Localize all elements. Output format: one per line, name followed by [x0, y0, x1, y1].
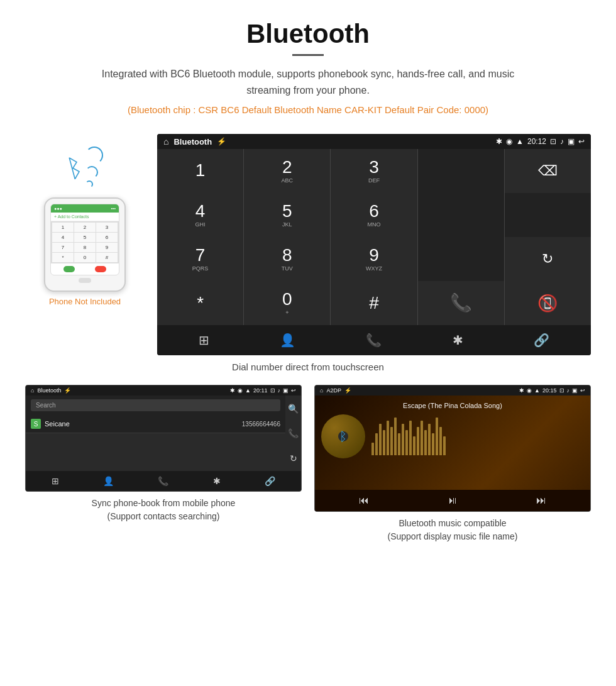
- wifi-waves: [85, 147, 103, 188]
- wave-bar: [436, 418, 438, 455]
- music-signal: ▲: [534, 387, 540, 394]
- subtitle-text: Integrated with BC6 Bluetooth module, su…: [88, 66, 528, 98]
- phone-key-7[interactable]: 7: [52, 243, 74, 252]
- phone-key-0[interactable]: 0: [74, 253, 96, 262]
- pb-search-icon[interactable]: 🔍: [288, 404, 299, 414]
- phone-key-1[interactable]: 1: [52, 223, 74, 232]
- music-back[interactable]: ↩: [580, 387, 585, 394]
- phone-call-button[interactable]: [63, 266, 75, 272]
- pb-nav-bar: ⊞ 👤 📞 ✱ 🔗: [26, 471, 301, 491]
- music-body: Escape (The Pina Colada Song) ᛒ: [315, 396, 590, 490]
- dial-call-button[interactable]: 📞: [418, 281, 504, 325]
- pb-refresh-icon[interactable]: ↻: [290, 453, 297, 463]
- clock: 20:12: [527, 137, 546, 146]
- music-next-button[interactable]: ⏭: [536, 495, 546, 506]
- nav-link-icon[interactable]: 🔗: [534, 333, 549, 348]
- music-play-pause-button[interactable]: ⏯: [448, 495, 458, 506]
- nav-bt-icon[interactable]: ✱: [453, 333, 463, 348]
- music-section: ⌂ A2DP ⚡ ✱ ◉ ▲ 20:15 ⊡ ♪ ▣ ↩ Escape (The…: [314, 385, 591, 543]
- car-dial-screen: ⌂ Bluetooth ⚡ ✱ ◉ ▲ 20:12 ⊡ ♪ ▣ ↩ 1: [157, 134, 591, 355]
- pb-contact-row[interactable]: S Seicane 13566664466: [26, 415, 285, 433]
- phone-end-button[interactable]: [95, 266, 106, 272]
- dial-key-3[interactable]: 3 DEF: [331, 149, 417, 193]
- car-nav-bar: ⊞ 👤 📞 ✱ 🔗: [157, 325, 591, 355]
- dial-end-button[interactable]: 📵: [505, 281, 591, 325]
- pb-status-right: ✱ ◉ ▲ 20:11 ⊡ ♪ ▣ ↩: [230, 387, 296, 394]
- dial-key-1[interactable]: 1: [157, 149, 243, 193]
- dial-key-2[interactable]: 2 ABC: [244, 149, 330, 193]
- back-icon[interactable]: ↩: [578, 137, 585, 146]
- pb-nav-contacts[interactable]: 👤: [103, 476, 114, 486]
- nav-phone-icon[interactable]: 📞: [366, 333, 382, 348]
- phone-home-button[interactable]: [79, 278, 91, 283]
- dial-key-5[interactable]: 5 JKL: [244, 193, 330, 237]
- bt-status-icon: ✱: [496, 137, 502, 146]
- phonebook-screen: ⌂ Bluetooth ⚡ ✱ ◉ ▲ 20:11 ⊡ ♪ ▣ ↩: [25, 385, 302, 492]
- phone-key-8[interactable]: 8: [74, 243, 96, 252]
- dial-key-7[interactable]: 7 PQRS: [157, 237, 243, 281]
- dial-key-8[interactable]: 8 TUV: [244, 237, 330, 281]
- music-vol: ♪: [567, 387, 570, 394]
- pb-nav-phone[interactable]: 📞: [158, 476, 168, 486]
- wave-bar: [413, 436, 415, 455]
- music-bt-symbol: ᛒ: [339, 429, 347, 444]
- usb-icon: ⚡: [217, 137, 226, 146]
- dial-empty-2: [418, 193, 504, 237]
- phone-key-4[interactable]: 4: [52, 233, 74, 242]
- phone-not-included-label: Phone Not Included: [49, 297, 121, 306]
- main-content: ᛒ ●●● ▪▪▪ + Add to Contacts 1 2 3 4 5: [0, 134, 616, 355]
- dial-key-0[interactable]: 0 +: [244, 281, 330, 325]
- pb-main-area: Search S Seicane 13566664466 🔍 📞 ↻: [26, 396, 301, 471]
- nav-contacts-icon[interactable]: 👤: [280, 333, 295, 348]
- pb-list-area: Search S Seicane 13566664466: [26, 396, 285, 471]
- music-title: A2DP: [326, 387, 341, 394]
- phone-key-3[interactable]: 3: [96, 223, 118, 232]
- pb-status-bar: ⌂ Bluetooth ⚡ ✱ ◉ ▲ 20:11 ⊡ ♪ ▣ ↩: [26, 385, 301, 396]
- home-icon[interactable]: ⌂: [163, 136, 168, 147]
- pb-nav-bt[interactable]: ✱: [213, 476, 221, 486]
- location-icon: ◉: [506, 137, 512, 146]
- dial-backspace[interactable]: ⌫: [505, 149, 591, 193]
- dial-empty-4: [418, 237, 504, 281]
- status-bar-title: Bluetooth: [173, 137, 212, 147]
- dial-key-9[interactable]: 9 WXYZ: [331, 237, 417, 281]
- pb-home-icon[interactable]: ⌂: [31, 387, 34, 394]
- phone-key-star[interactable]: *: [52, 253, 74, 262]
- wave-bar: [398, 433, 400, 455]
- pb-search-bar[interactable]: Search: [31, 399, 280, 411]
- wifi-arc-large: [85, 147, 103, 164]
- dial-refresh[interactable]: ↻: [505, 237, 591, 281]
- phone-key-hash[interactable]: #: [96, 253, 118, 262]
- bluetooth-icon: ᛒ: [63, 152, 85, 183]
- phonebook-caption: Sync phone-book from mobile phone(Suppor…: [92, 497, 236, 523]
- contact-number: 13566664466: [242, 421, 280, 428]
- pb-vol: ♪: [278, 387, 281, 394]
- dial-key-6[interactable]: 6 MNO: [331, 193, 417, 237]
- pb-back[interactable]: ↩: [291, 387, 296, 394]
- nav-grid-icon[interactable]: ⊞: [199, 333, 209, 348]
- music-screen: ⌂ A2DP ⚡ ✱ ◉ ▲ 20:15 ⊡ ♪ ▣ ↩ Escape (The…: [314, 385, 591, 512]
- dialpad-row-1: 1 2 ABC 3 DEF ⌫: [157, 149, 591, 193]
- pb-call-icon[interactable]: 📞: [288, 428, 299, 438]
- page-header: Bluetooth Integrated with BC6 Bluetooth …: [0, 0, 616, 134]
- dial-display: [418, 149, 504, 193]
- dial-key-4[interactable]: 4 GHI: [157, 193, 243, 237]
- music-home-icon[interactable]: ⌂: [320, 387, 323, 394]
- music-bt-icon: ✱: [519, 387, 524, 394]
- phone-key-2[interactable]: 2: [74, 223, 96, 232]
- music-controls: ⏮ ⏯ ⏭: [315, 490, 590, 511]
- dial-key-hash[interactable]: #: [331, 281, 417, 325]
- dial-key-star[interactable]: *: [157, 281, 243, 325]
- camera-icon: ⊡: [550, 137, 556, 146]
- phone-key-5[interactable]: 5: [74, 233, 96, 242]
- phone-key-6[interactable]: 6: [96, 233, 118, 242]
- phone-key-9[interactable]: 9: [96, 243, 118, 252]
- signal-icon: ▲: [516, 137, 524, 146]
- phone-carrier: ●●●: [54, 206, 62, 211]
- title-divider: [292, 54, 324, 56]
- music-prev-button[interactable]: ⏮: [359, 495, 369, 506]
- pb-nav-grid[interactable]: ⊞: [52, 476, 59, 486]
- music-clock: 20:15: [542, 387, 557, 394]
- pb-status-left: ⌂ Bluetooth ⚡: [31, 387, 71, 394]
- pb-nav-link[interactable]: 🔗: [265, 476, 275, 486]
